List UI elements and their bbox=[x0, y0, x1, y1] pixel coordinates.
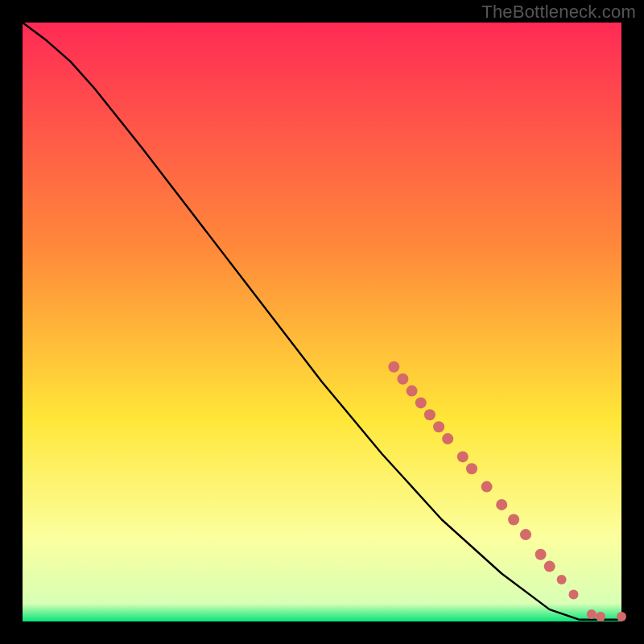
data-point bbox=[557, 575, 567, 584]
data-point bbox=[587, 609, 597, 619]
data-point bbox=[442, 433, 453, 444]
data-point bbox=[569, 590, 579, 600]
data-point bbox=[496, 499, 507, 510]
data-point bbox=[481, 481, 493, 493]
data-point bbox=[508, 514, 519, 526]
data-point bbox=[397, 374, 408, 385]
data-point bbox=[388, 361, 399, 373]
data-point bbox=[424, 409, 436, 420]
data-point bbox=[617, 612, 626, 621]
data-point bbox=[457, 451, 469, 462]
data-point bbox=[415, 397, 427, 408]
watermark-text: TheBottleneck.com bbox=[481, 2, 636, 23]
chart-svg bbox=[0, 0, 644, 644]
chart-container: { "watermark": "TheBottleneck.com", "cha… bbox=[0, 0, 644, 644]
data-point bbox=[433, 421, 444, 432]
data-point bbox=[544, 561, 555, 572]
data-point bbox=[535, 549, 547, 560]
data-point bbox=[407, 386, 418, 397]
data-point bbox=[596, 612, 605, 621]
data-point bbox=[520, 529, 531, 540]
data-point bbox=[466, 463, 477, 474]
